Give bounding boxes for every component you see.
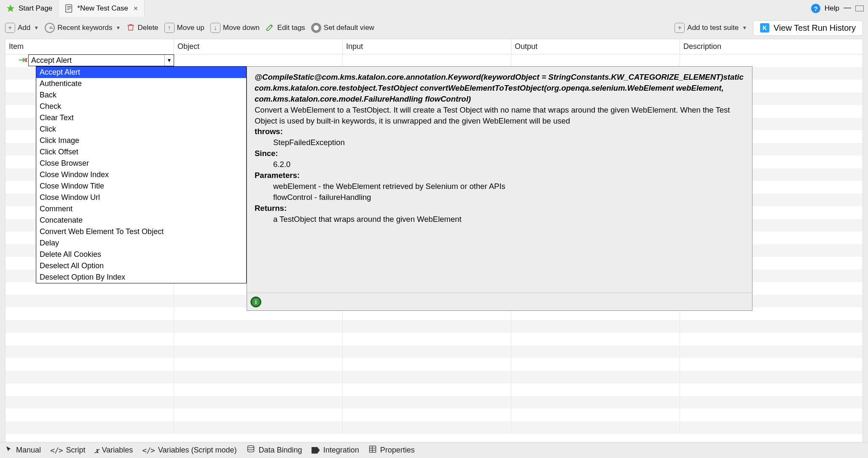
- keyword-option[interactable]: Delay: [36, 237, 246, 249]
- keyword-option[interactable]: Convert Web Element To Test Object: [36, 226, 246, 237]
- cell[interactable]: [343, 345, 511, 358]
- keyword-option[interactable]: Close Window Url: [36, 192, 246, 203]
- tab-variables-script[interactable]: </> Variables (Script mode): [142, 446, 236, 455]
- cell[interactable]: [511, 345, 680, 358]
- keyword-option[interactable]: Click Offset: [36, 146, 246, 158]
- cell[interactable]: [174, 409, 343, 421]
- keyword-combobox[interactable]: ▼: [28, 54, 174, 66]
- keyword-dropdown[interactable]: Accept AlertAuthenticateBackCheckClear T…: [36, 66, 247, 283]
- cell[interactable]: [680, 396, 863, 409]
- delete-button[interactable]: Delete: [126, 22, 158, 34]
- info-globe-icon[interactable]: [250, 296, 261, 307]
- tab-properties[interactable]: Properties: [368, 445, 415, 455]
- tab-variables[interactable]: 𝑥 Variables: [95, 445, 133, 455]
- keyword-option[interactable]: Close Window Title: [36, 181, 246, 192]
- keyword-option[interactable]: Accept Alert: [36, 67, 246, 78]
- keyword-option[interactable]: Close Browser: [36, 158, 246, 169]
- keyword-option[interactable]: Deselect All Option: [36, 260, 246, 272]
- cell[interactable]: [680, 421, 863, 434]
- table-row[interactable]: [5, 409, 863, 421]
- table-row[interactable]: [5, 358, 863, 371]
- cell[interactable]: [511, 421, 680, 434]
- cell[interactable]: [680, 320, 863, 333]
- cell[interactable]: [174, 358, 343, 371]
- close-icon[interactable]: ✕: [133, 5, 138, 12]
- cell[interactable]: [5, 320, 174, 333]
- cell[interactable]: [511, 333, 680, 345]
- col-description[interactable]: Description: [680, 39, 863, 54]
- table-row[interactable]: [5, 383, 863, 396]
- keyword-option[interactable]: Deselect Option By Index: [36, 272, 246, 283]
- col-input[interactable]: Input: [343, 39, 511, 54]
- help-label[interactable]: Help: [825, 4, 839, 13]
- tab-data-binding[interactable]: Data Binding: [246, 445, 302, 455]
- cell[interactable]: [5, 333, 174, 345]
- cell[interactable]: [343, 333, 511, 345]
- cell[interactable]: [174, 396, 343, 409]
- add-to-suite-button[interactable]: + Add to test suite ▼: [675, 23, 747, 33]
- movedown-button[interactable]: ↓ Move down: [210, 23, 260, 33]
- cell[interactable]: [343, 409, 511, 421]
- cell[interactable]: [5, 345, 174, 358]
- cell[interactable]: [5, 383, 174, 396]
- cell[interactable]: [343, 396, 511, 409]
- table-row[interactable]: [5, 333, 863, 345]
- cell[interactable]: [5, 396, 174, 409]
- tab-integration[interactable]: Integration: [312, 446, 359, 455]
- cell[interactable]: [680, 54, 863, 67]
- tab-manual[interactable]: Manual: [5, 445, 41, 455]
- col-output[interactable]: Output: [511, 39, 680, 54]
- cell[interactable]: [511, 396, 680, 409]
- cell[interactable]: [680, 333, 863, 345]
- keyword-option[interactable]: Click Image: [36, 135, 246, 146]
- cell[interactable]: [5, 282, 174, 295]
- cell[interactable]: [680, 358, 863, 371]
- col-item[interactable]: Item: [5, 39, 174, 54]
- cell[interactable]: [343, 54, 511, 67]
- cell[interactable]: [680, 371, 863, 383]
- col-object[interactable]: Object: [174, 39, 343, 54]
- cell[interactable]: [511, 358, 680, 371]
- help-icon[interactable]: ?: [811, 4, 820, 13]
- view-history-button[interactable]: K View Test Run History: [753, 20, 863, 36]
- cell[interactable]: [174, 421, 343, 434]
- table-row[interactable]: [5, 320, 863, 333]
- add-button[interactable]: + Add ▼: [5, 23, 39, 33]
- cell[interactable]: [5, 371, 174, 383]
- keyword-option[interactable]: Clear Text: [36, 112, 246, 124]
- table-row[interactable]: [5, 345, 863, 358]
- cell[interactable]: [5, 358, 174, 371]
- cell[interactable]: [174, 371, 343, 383]
- cell[interactable]: [511, 320, 680, 333]
- cell[interactable]: [5, 307, 174, 320]
- moveup-button[interactable]: ↑ Move up: [164, 23, 204, 33]
- keyword-option[interactable]: Authenticate: [36, 78, 246, 89]
- cell[interactable]: [343, 320, 511, 333]
- cell[interactable]: [680, 409, 863, 421]
- cell[interactable]: [343, 421, 511, 434]
- keyword-option[interactable]: Concatenate: [36, 215, 246, 226]
- cell[interactable]: [174, 54, 343, 67]
- maximize-icon[interactable]: [855, 5, 864, 11]
- combobox-dropdown-button[interactable]: ▼: [164, 55, 174, 66]
- cell[interactable]: [680, 345, 863, 358]
- keyword-option[interactable]: Delete All Cookies: [36, 249, 246, 260]
- recent-keywords-button[interactable]: Recent keywords ▼: [45, 23, 121, 33]
- cell[interactable]: [343, 371, 511, 383]
- minimize-icon[interactable]: [844, 7, 851, 8]
- cell[interactable]: [5, 409, 174, 421]
- cell[interactable]: [511, 383, 680, 396]
- tab-start-page[interactable]: Start Page: [0, 0, 59, 17]
- keyword-input[interactable]: [29, 56, 164, 65]
- cell[interactable]: [174, 333, 343, 345]
- keyword-option[interactable]: Comment: [36, 203, 246, 215]
- cell[interactable]: [343, 358, 511, 371]
- cell[interactable]: [511, 371, 680, 383]
- cell[interactable]: [5, 421, 174, 434]
- cell[interactable]: [174, 383, 343, 396]
- keyword-option[interactable]: Close Window Index: [36, 169, 246, 181]
- edittags-button[interactable]: Edit tags: [266, 22, 305, 34]
- cell[interactable]: [174, 345, 343, 358]
- keyword-option[interactable]: Check: [36, 101, 246, 112]
- cell[interactable]: [511, 54, 680, 67]
